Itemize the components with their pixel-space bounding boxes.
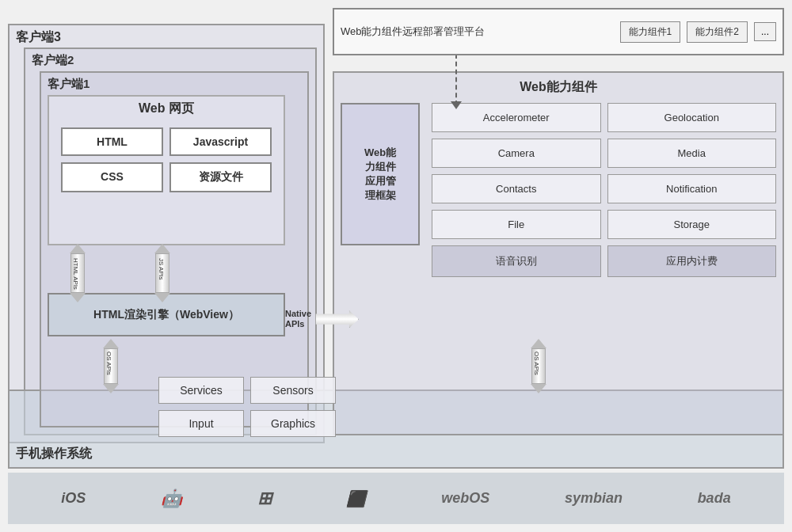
- os-apis-right-head-down: [531, 384, 546, 393]
- component-geolocation: Geolocation: [607, 103, 777, 132]
- web-app-mgr-text: Web能力组件应用管理框架: [364, 146, 396, 203]
- os-apis-left-shaft: OS APls: [104, 348, 118, 384]
- symbian-label: symbian: [565, 490, 623, 507]
- native-apis-arrow-shape: [315, 310, 359, 328]
- web-webpage-title: Web 网页: [49, 97, 284, 121]
- os-apis-left-head-down: [103, 384, 119, 393]
- component-media: Media: [607, 139, 777, 168]
- android-icon: 🤖: [161, 488, 182, 509]
- logo-blackberry: ⬛: [346, 489, 366, 508]
- bada-label: bada: [698, 490, 731, 507]
- component-storage: Storage: [607, 210, 777, 239]
- os-btn-graphics: Graphics: [250, 410, 336, 437]
- js-apis-arrow-head-up: [154, 244, 170, 253]
- os-btn-sensors: Sensors: [250, 377, 336, 404]
- ios-label: iOS: [61, 490, 86, 507]
- os-btn-services: Services: [158, 377, 244, 404]
- logo-ios: iOS: [61, 490, 86, 507]
- html-apis-label: HTML APls: [72, 258, 79, 290]
- html-apis-arrow: HTML APls: [70, 244, 86, 302]
- more-dots[interactable]: ...: [754, 22, 776, 41]
- windows-icon: ⊞: [257, 488, 272, 509]
- webpage-item-css: CSS: [61, 162, 163, 192]
- client3-label: 客户端3: [10, 25, 323, 50]
- webpage-items-grid: HTML Javascript CSS 资源文件: [49, 121, 284, 199]
- logos-bar: iOS 🤖 ⊞ ⬛ webOS symbian bada: [8, 473, 784, 524]
- os-apis-right-head-up: [531, 339, 546, 348]
- html-apis-arrow-head-down: [70, 293, 86, 302]
- js-apis-label: JS APls: [158, 258, 165, 280]
- component-btn-1[interactable]: 能力组件1: [620, 21, 681, 43]
- component-btn-2[interactable]: 能力组件2: [687, 21, 748, 43]
- component-file: File: [432, 210, 601, 239]
- webpage-item-javascript: Javascript: [169, 127, 272, 156]
- component-notification: Notification: [607, 174, 777, 203]
- component-contacts: Contacts: [432, 174, 601, 203]
- html-apis-arrow-head-up: [70, 244, 86, 253]
- webpage-item-resources: 资源文件: [169, 162, 272, 192]
- component-voice: 语音识别: [432, 245, 601, 277]
- os-apis-right-label: OS APls: [533, 352, 540, 375]
- component-grid: Accelerometer Geolocation Camera Media C…: [432, 103, 776, 277]
- os-apis-left-head-up: [103, 339, 119, 348]
- logo-bada: bada: [698, 490, 731, 507]
- os-apis-left-label: OS APls: [105, 352, 112, 375]
- native-apis-arrow: NativeAPls: [285, 309, 359, 329]
- js-apis-shaft: JS APls: [155, 253, 169, 293]
- js-apis-arrow-head-down: [154, 293, 170, 302]
- remote-platform-label: Web能力组件远程部署管理平台: [341, 25, 614, 39]
- client1-label: 客户端1: [41, 73, 307, 96]
- client2-label: 客户端2: [25, 49, 315, 72]
- component-inapp: 应用内计费: [607, 245, 777, 277]
- os-buttons-grid: Services Sensors Input Graphics: [158, 377, 336, 437]
- component-camera: Camera: [432, 139, 601, 168]
- html-apis-shaft: HTML APls: [70, 253, 85, 293]
- web-component-title: Web能力组件: [334, 73, 782, 102]
- webos-label: webOS: [441, 490, 489, 507]
- os-label: 手机操作系统: [16, 446, 92, 462]
- logo-android: 🤖: [161, 488, 182, 509]
- bb-icon: ⬛: [346, 489, 366, 508]
- webpage-item-html: HTML: [61, 127, 163, 156]
- logo-symbian: symbian: [565, 490, 623, 507]
- os-btn-input: Input: [158, 410, 244, 437]
- os-apis-left-arrow: OS APls: [103, 339, 119, 393]
- remote-platform: Web能力组件远程部署管理平台 能力组件1 能力组件2 ...: [333, 8, 784, 55]
- main-container: Web能力组件远程部署管理平台 能力组件1 能力组件2 ... 客户端3 客户端…: [0, 0, 792, 532]
- os-apis-right-shaft: OS APls: [531, 348, 546, 384]
- dashed-arrow-line: [455, 54, 457, 105]
- dashed-arrow-head: [451, 101, 462, 109]
- html-render-label: HTML渲染引擎（WebView）: [93, 308, 239, 322]
- os-apis-right-arrow: OS APls: [531, 339, 546, 393]
- web-app-mgr-box: Web能力组件应用管理框架: [341, 103, 420, 245]
- logo-webos: webOS: [441, 490, 489, 507]
- js-apis-arrow: JS APls: [154, 244, 170, 302]
- logo-windows: ⊞: [257, 488, 272, 509]
- web-webpage-box: Web 网页 HTML Javascript CSS 资源文件: [48, 95, 285, 245]
- native-apis-label: NativeAPls: [285, 309, 311, 329]
